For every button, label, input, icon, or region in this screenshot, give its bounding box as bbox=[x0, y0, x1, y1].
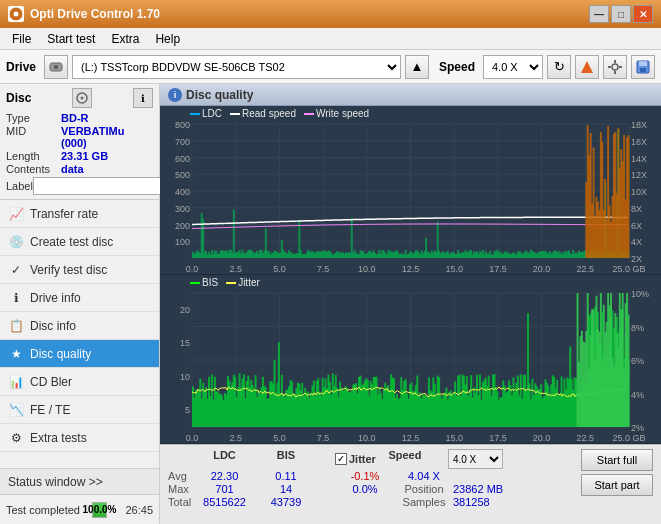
sidebar: Disc ℹ Type BD-R MID VERBATIMu (000) Len… bbox=[0, 84, 160, 524]
sidebar-item-disc-quality[interactable]: ★ Disc quality bbox=[0, 340, 159, 368]
bis-chart: BIS Jitter bbox=[160, 275, 661, 444]
extra-tests-icon: ⚙ bbox=[8, 430, 24, 446]
max-bis: 14 bbox=[261, 483, 311, 495]
nav-items: 📈 Transfer rate 💿 Create test disc ✓ Ver… bbox=[0, 200, 159, 468]
disc-panel: Disc ℹ Type BD-R MID VERBATIMu (000) Len… bbox=[0, 84, 159, 200]
disc-quality-title: Disc quality bbox=[186, 88, 253, 102]
burn-button[interactable] bbox=[575, 55, 599, 79]
menu-extra[interactable]: Extra bbox=[103, 30, 147, 48]
transfer-rate-icon: 📈 bbox=[8, 206, 24, 222]
start-buttons: Start full Start part bbox=[581, 449, 653, 520]
svg-point-14 bbox=[81, 97, 84, 100]
time-elapsed: 26:45 bbox=[113, 504, 153, 516]
settings-button[interactable] bbox=[603, 55, 627, 79]
bis-header: BIS bbox=[261, 449, 311, 469]
cd-bler-icon: 📊 bbox=[8, 374, 24, 390]
sidebar-item-label: Extra tests bbox=[30, 431, 87, 445]
drive-selector[interactable]: (L:) TSSTcorp BDDVDW SE-506CB TS02 bbox=[72, 55, 401, 79]
menu-help[interactable]: Help bbox=[147, 30, 188, 48]
maximize-button[interactable]: □ bbox=[611, 5, 631, 23]
charts-container: LDC Read speed Write speed bbox=[160, 106, 661, 444]
label-input[interactable] bbox=[33, 177, 166, 195]
svg-rect-12 bbox=[640, 68, 646, 72]
drive-label: Drive bbox=[6, 60, 36, 74]
length-value: 23.31 GB bbox=[61, 150, 153, 162]
refresh-button[interactable]: ↻ bbox=[547, 55, 571, 79]
legend-write-speed: Write speed bbox=[304, 108, 369, 119]
svg-point-3 bbox=[54, 65, 58, 69]
toolbar: Drive (L:) TSSTcorp BDDVDW SE-506CB TS02… bbox=[0, 50, 661, 84]
ldc-chart: LDC Read speed Write speed bbox=[160, 106, 661, 275]
menu-bar: File Start test Extra Help bbox=[0, 28, 661, 50]
progress-label: 100.0% bbox=[93, 503, 106, 517]
close-button[interactable]: ✕ bbox=[633, 5, 653, 23]
speed-label: Speed bbox=[439, 60, 475, 74]
disc-title: Disc bbox=[6, 91, 31, 105]
total-ldc: 8515622 bbox=[192, 496, 257, 508]
sidebar-item-label: Verify test disc bbox=[30, 263, 107, 277]
max-ldc: 701 bbox=[192, 483, 257, 495]
avg-ldc: 22.30 bbox=[192, 470, 257, 482]
length-label: Length bbox=[6, 150, 61, 162]
sidebar-item-fe-te[interactable]: 📉 FE / TE bbox=[0, 396, 159, 424]
sidebar-item-label: Disc quality bbox=[30, 347, 91, 361]
verify-test-disc-icon: ✓ bbox=[8, 262, 24, 278]
speed-selector[interactable]: 4.0 X bbox=[483, 55, 543, 79]
svg-marker-4 bbox=[581, 61, 593, 73]
ldc-canvas bbox=[160, 106, 661, 274]
sidebar-item-drive-info[interactable]: ℹ Drive info bbox=[0, 284, 159, 312]
eject-button[interactable]: ▲ bbox=[405, 55, 429, 79]
disc-quality-icon-header: i bbox=[168, 88, 182, 102]
legend-ldc: LDC bbox=[190, 108, 222, 119]
sidebar-item-extra-tests[interactable]: ⚙ Extra tests bbox=[0, 424, 159, 452]
sidebar-item-transfer-rate[interactable]: 📈 Transfer rate bbox=[0, 200, 159, 228]
menu-start-test[interactable]: Start test bbox=[39, 30, 103, 48]
type-label: Type bbox=[6, 112, 61, 124]
legend-write-speed-label: Write speed bbox=[316, 108, 369, 119]
read-speed-color-dot bbox=[230, 113, 240, 115]
start-part-button[interactable]: Start part bbox=[581, 474, 653, 496]
create-test-disc-icon: 💿 bbox=[8, 234, 24, 250]
sidebar-item-disc-info[interactable]: 📋 Disc info bbox=[0, 312, 159, 340]
contents-label: Contents bbox=[6, 163, 61, 175]
svg-rect-6 bbox=[614, 60, 616, 63]
position-label: Position bbox=[399, 483, 449, 495]
start-full-button[interactable]: Start full bbox=[581, 449, 653, 471]
bis-legend: BIS Jitter bbox=[190, 277, 260, 288]
save-button[interactable] bbox=[631, 55, 655, 79]
bis-color-dot bbox=[190, 282, 200, 284]
avg-jitter: -0.1% bbox=[335, 470, 395, 482]
label-key: Label bbox=[6, 180, 33, 192]
sidebar-item-label: Create test disc bbox=[30, 235, 113, 249]
legend-read-speed-label: Read speed bbox=[242, 108, 296, 119]
sidebar-item-cd-bler[interactable]: 📊 CD Bler bbox=[0, 368, 159, 396]
menu-file[interactable]: File bbox=[4, 30, 39, 48]
legend-ldc-label: LDC bbox=[202, 108, 222, 119]
sidebar-item-create-test-disc[interactable]: 💿 Create test disc bbox=[0, 228, 159, 256]
svg-point-5 bbox=[612, 64, 618, 70]
sidebar-item-label: FE / TE bbox=[30, 403, 70, 417]
svg-rect-9 bbox=[619, 66, 622, 68]
max-label: Max bbox=[168, 483, 188, 495]
main-layout: Disc ℹ Type BD-R MID VERBATIMu (000) Len… bbox=[0, 84, 661, 524]
app-icon bbox=[8, 6, 24, 22]
drive-icon-button[interactable] bbox=[44, 55, 68, 79]
disc-quality-icon: ★ bbox=[8, 346, 24, 362]
jitter-checkbox[interactable]: ✓ bbox=[335, 453, 347, 465]
status-bar: Test completed 100.0% 26:45 bbox=[0, 494, 159, 524]
legend-jitter: Jitter bbox=[226, 277, 260, 288]
speed-select-stats[interactable]: 4.0 X bbox=[448, 449, 503, 469]
disc-info-button[interactable]: ℹ bbox=[133, 88, 153, 108]
minimize-button[interactable]: — bbox=[589, 5, 609, 23]
sidebar-item-label: Disc info bbox=[30, 319, 76, 333]
disc-icon-button[interactable] bbox=[72, 88, 92, 108]
content-area: i Disc quality LDC Read speed bbox=[160, 84, 661, 524]
stats-bar: LDC BIS ✓ Jitter Speed 4.0 X bbox=[160, 444, 661, 524]
type-value: BD-R bbox=[61, 112, 153, 124]
sidebar-item-label: Transfer rate bbox=[30, 207, 98, 221]
samples-label: Samples bbox=[399, 496, 449, 508]
sidebar-item-verify-test-disc[interactable]: ✓ Verify test disc bbox=[0, 256, 159, 284]
status-window-button[interactable]: Status window >> bbox=[0, 468, 159, 494]
total-label: Total bbox=[168, 496, 188, 508]
position-value: 23862 MB bbox=[453, 483, 513, 495]
